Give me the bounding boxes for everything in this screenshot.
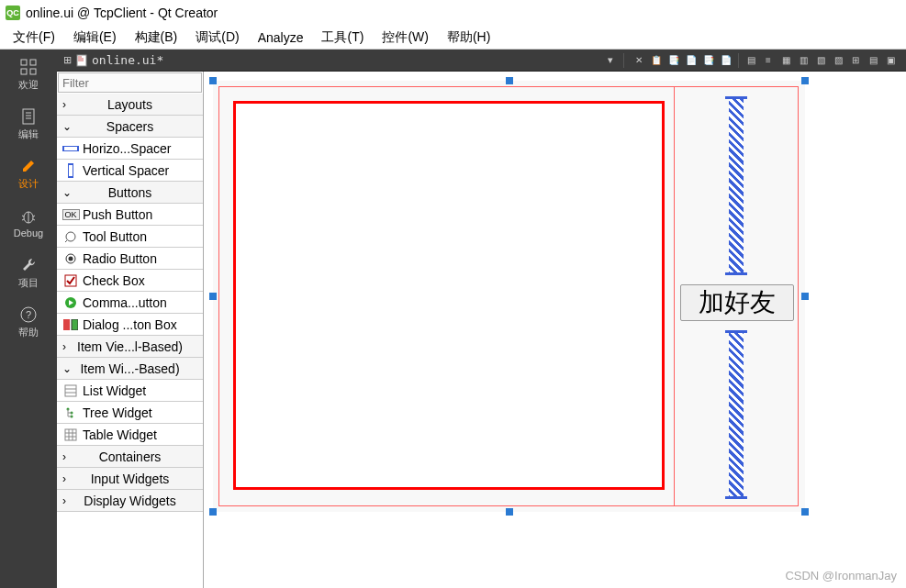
widget-item[interactable]: Dialog ...ton Box bbox=[57, 314, 203, 336]
widget-item[interactable]: Tree Widget bbox=[57, 402, 203, 424]
chevron-right-icon[interactable]: › bbox=[62, 98, 66, 111]
layout-h-icon[interactable]: ▤ bbox=[743, 52, 759, 69]
document-filename[interactable]: online.ui* bbox=[92, 53, 600, 67]
menu-help[interactable]: 帮助(H) bbox=[438, 27, 499, 49]
resize-handle[interactable] bbox=[209, 77, 217, 84]
layout-break-icon[interactable]: ⊞ bbox=[847, 52, 864, 69]
widget-category-header[interactable]: ⌄Spacers bbox=[57, 116, 203, 138]
widget-item[interactable]: Tool Button bbox=[57, 226, 203, 248]
preview-icon[interactable]: ▣ bbox=[882, 52, 899, 69]
question-icon: ? bbox=[19, 305, 38, 324]
add-friend-button[interactable]: 加好友 bbox=[680, 284, 794, 321]
nav-icon[interactable]: ⊞ bbox=[61, 54, 73, 67]
copy-icon[interactable]: 📋 bbox=[648, 52, 665, 69]
activity-project[interactable]: 项目 bbox=[0, 248, 57, 297]
chevron-down-icon[interactable]: ⌄ bbox=[62, 362, 72, 375]
layout-v-icon[interactable]: ≡ bbox=[760, 52, 777, 69]
menu-build[interactable]: 构建(B) bbox=[126, 27, 187, 49]
menu-file[interactable]: 文件(F) bbox=[4, 27, 64, 49]
widget-item[interactable]: List Widget bbox=[57, 380, 203, 402]
pencil-icon bbox=[19, 157, 38, 175]
widget-item[interactable]: Check Box bbox=[57, 270, 203, 292]
separator bbox=[623, 53, 624, 68]
dup-icon[interactable]: 📑 bbox=[700, 52, 717, 69]
activity-label: 欢迎 bbox=[18, 78, 39, 92]
layout-vsplit-icon[interactable]: ▥ bbox=[795, 52, 811, 69]
widget-item-label: Push Button bbox=[83, 207, 152, 222]
svg-point-21 bbox=[66, 232, 75, 241]
designer-toolbar: ✕ 📋 📑 📄 📑 📄 ▤ ≡ ▦ ▥ ▧ ▨ ⊞ ▤ ▣ bbox=[631, 52, 902, 69]
widget-item-label: Tree Widget bbox=[83, 405, 152, 420]
category-label: Buttons bbox=[108, 185, 151, 200]
layout-form-icon[interactable]: ▨ bbox=[830, 52, 846, 69]
chevron-right-icon[interactable]: › bbox=[62, 450, 66, 463]
svg-rect-2 bbox=[21, 69, 27, 74]
resize-handle[interactable] bbox=[506, 508, 513, 516]
activity-help[interactable]: ? 帮助 bbox=[0, 297, 57, 347]
layout-hsplit-icon[interactable]: ▦ bbox=[777, 52, 794, 69]
text-edit-widget[interactable] bbox=[233, 101, 665, 490]
widget-item[interactable]: Horizo...Spacer bbox=[57, 138, 203, 160]
paste-icon[interactable]: 📑 bbox=[666, 52, 682, 69]
widget-category-header[interactable]: ›Input Widgets bbox=[57, 468, 203, 490]
widget-tree[interactable]: ›Layouts⌄SpacersHorizo...SpacerVertical … bbox=[57, 94, 203, 588]
chevron-right-icon[interactable]: › bbox=[62, 472, 66, 485]
menu-edit[interactable]: 编辑(E) bbox=[64, 27, 126, 49]
widget-item[interactable]: Radio Button bbox=[57, 248, 203, 270]
button-label: 加好友 bbox=[699, 285, 776, 320]
activity-edit[interactable]: 编辑 bbox=[0, 99, 57, 149]
widget-category-header[interactable]: ›Layouts bbox=[57, 94, 203, 116]
resize-handle[interactable] bbox=[801, 293, 809, 300]
close-icon[interactable]: ✕ bbox=[631, 52, 647, 69]
layout-grid-icon[interactable]: ▧ bbox=[812, 52, 829, 69]
resize-handle[interactable] bbox=[801, 77, 809, 84]
widget-category-header[interactable]: ›Containers bbox=[57, 446, 203, 468]
widget-item[interactable]: Comma...utton bbox=[57, 292, 203, 314]
widget-item[interactable]: OKPush Button bbox=[57, 204, 203, 226]
resize-handle[interactable] bbox=[209, 508, 217, 516]
activity-design[interactable]: 设计 bbox=[0, 149, 57, 198]
chevron-right-icon[interactable]: › bbox=[62, 340, 66, 353]
menu-analyze[interactable]: Analyze bbox=[249, 28, 313, 48]
tool-icon bbox=[62, 229, 79, 244]
resize-handle[interactable] bbox=[506, 77, 513, 84]
dropdown-icon[interactable]: ▾ bbox=[604, 54, 617, 67]
menu-debug[interactable]: 调试(D) bbox=[186, 27, 248, 49]
widget-category-header[interactable]: ⌄Buttons bbox=[57, 182, 203, 204]
check-icon bbox=[62, 273, 79, 288]
chevron-down-icon[interactable]: ⌄ bbox=[62, 120, 72, 133]
widget-category-header[interactable]: ⌄Item Wi...-Based) bbox=[57, 358, 203, 380]
resize-handle[interactable] bbox=[801, 508, 809, 516]
activity-welcome[interactable]: 欢迎 bbox=[0, 50, 57, 99]
activity-debug[interactable]: Debug bbox=[0, 198, 57, 248]
category-label: Layouts bbox=[107, 97, 152, 112]
doc-icon[interactable]: 📄 bbox=[718, 52, 734, 69]
svg-rect-27 bbox=[72, 319, 78, 330]
grid-icon bbox=[19, 58, 38, 76]
form-widget[interactable]: 加好友 bbox=[213, 81, 805, 512]
cut-icon[interactable]: 📄 bbox=[683, 52, 699, 69]
menu-tools[interactable]: 工具(T) bbox=[312, 27, 373, 49]
activity-bar: 欢迎 编辑 设计 Debug 项目 ? 帮助 bbox=[0, 50, 57, 588]
widget-filter-input[interactable] bbox=[58, 72, 202, 93]
widget-category-header[interactable]: ›Display Widgets bbox=[57, 490, 203, 512]
adjust-size-icon[interactable]: ▤ bbox=[865, 52, 881, 69]
resize-handle[interactable] bbox=[209, 293, 217, 300]
window-title: online.ui @ TcpClient - Qt Creator bbox=[26, 6, 218, 20]
widget-box-panel: ›Layouts⌄SpacersHorizo...SpacerVertical … bbox=[57, 72, 204, 588]
widget-category-header[interactable]: ›Item Vie...l-Based) bbox=[57, 336, 203, 358]
menu-widgets[interactable]: 控件(W) bbox=[373, 27, 438, 49]
chevron-down-icon[interactable]: ⌄ bbox=[62, 186, 72, 199]
svg-rect-4 bbox=[23, 109, 34, 124]
svg-line-11 bbox=[33, 216, 35, 216]
chevron-right-icon[interactable]: › bbox=[62, 494, 66, 507]
vertical-spacer-bottom[interactable] bbox=[729, 330, 744, 499]
widget-item[interactable]: Vertical Spacer bbox=[57, 160, 203, 182]
wrench-icon bbox=[19, 256, 38, 274]
widget-item-label: Vertical Spacer bbox=[83, 163, 169, 178]
activity-label: 帮助 bbox=[18, 326, 39, 339]
design-canvas[interactable]: 加好友 CSDN @Ir bbox=[204, 72, 906, 588]
widget-item[interactable]: Table Widget bbox=[57, 424, 203, 446]
vertical-spacer-top[interactable] bbox=[729, 96, 744, 275]
category-label: Display Widgets bbox=[84, 494, 175, 508]
